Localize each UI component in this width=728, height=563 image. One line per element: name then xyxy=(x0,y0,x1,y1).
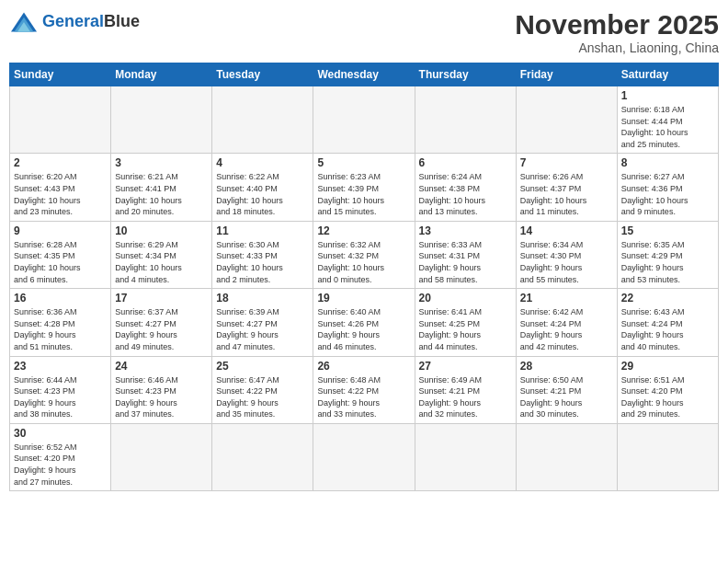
calendar-cell-5-5 xyxy=(516,423,617,490)
day-number: 9 xyxy=(14,224,107,237)
calendar-cell-5-0: 30Sunrise: 6:52 AM Sunset: 4:20 PM Dayli… xyxy=(10,423,111,490)
calendar-cell-0-3 xyxy=(313,86,415,154)
calendar-cell-1-4: 6Sunrise: 6:24 AM Sunset: 4:38 PM Daylig… xyxy=(415,154,516,221)
day-number: 21 xyxy=(520,292,613,304)
calendar-cell-3-5: 21Sunrise: 6:42 AM Sunset: 4:24 PM Dayli… xyxy=(516,289,617,356)
day-number: 12 xyxy=(317,224,410,237)
day-info: Sunrise: 6:20 AM Sunset: 4:43 PM Dayligh… xyxy=(14,171,107,217)
calendar-week-2: 9Sunrise: 6:28 AM Sunset: 4:35 PM Daylig… xyxy=(10,221,719,288)
day-number: 10 xyxy=(115,224,208,237)
calendar-week-5: 30Sunrise: 6:52 AM Sunset: 4:20 PM Dayli… xyxy=(10,423,719,490)
day-info: Sunrise: 6:47 AM Sunset: 4:22 PM Dayligh… xyxy=(216,374,309,420)
weekday-tuesday: Tuesday xyxy=(212,63,313,86)
calendar-cell-3-0: 16Sunrise: 6:36 AM Sunset: 4:28 PM Dayli… xyxy=(10,289,111,356)
calendar-cell-0-1 xyxy=(111,86,212,154)
day-info: Sunrise: 6:18 AM Sunset: 4:44 PM Dayligh… xyxy=(621,104,714,150)
day-number: 18 xyxy=(216,292,309,304)
calendar-week-4: 23Sunrise: 6:44 AM Sunset: 4:23 PM Dayli… xyxy=(10,356,719,423)
month-year: November 2025 xyxy=(515,9,719,40)
day-number: 22 xyxy=(621,292,714,304)
day-number: 20 xyxy=(419,292,512,304)
calendar-cell-4-4: 27Sunrise: 6:49 AM Sunset: 4:21 PM Dayli… xyxy=(415,356,516,423)
day-info: Sunrise: 6:42 AM Sunset: 4:24 PM Dayligh… xyxy=(520,306,613,352)
calendar-cell-4-0: 23Sunrise: 6:44 AM Sunset: 4:23 PM Dayli… xyxy=(10,356,111,423)
calendar-table: SundayMondayTuesdayWednesdayThursdayFrid… xyxy=(9,63,719,491)
calendar-cell-5-4 xyxy=(415,423,516,490)
calendar-cell-5-6 xyxy=(617,423,718,490)
day-number: 2 xyxy=(14,156,107,169)
day-number: 8 xyxy=(621,156,714,169)
calendar-cell-3-2: 18Sunrise: 6:39 AM Sunset: 4:27 PM Dayli… xyxy=(212,289,313,356)
calendar-cell-0-6: 1Sunrise: 6:18 AM Sunset: 4:44 PM Daylig… xyxy=(617,86,718,154)
day-info: Sunrise: 6:50 AM Sunset: 4:21 PM Dayligh… xyxy=(520,374,613,420)
day-number: 5 xyxy=(317,156,410,169)
day-info: Sunrise: 6:33 AM Sunset: 4:31 PM Dayligh… xyxy=(419,239,512,285)
day-info: Sunrise: 6:39 AM Sunset: 4:27 PM Dayligh… xyxy=(216,306,309,352)
day-number: 7 xyxy=(520,156,613,169)
weekday-thursday: Thursday xyxy=(415,63,516,86)
day-info: Sunrise: 6:51 AM Sunset: 4:20 PM Dayligh… xyxy=(621,374,714,420)
day-info: Sunrise: 6:52 AM Sunset: 4:20 PM Dayligh… xyxy=(14,442,107,488)
logo-blue-text: Blue xyxy=(104,12,140,30)
day-info: Sunrise: 6:44 AM Sunset: 4:23 PM Dayligh… xyxy=(14,374,107,420)
day-info: Sunrise: 6:43 AM Sunset: 4:24 PM Dayligh… xyxy=(621,306,714,352)
day-number: 26 xyxy=(317,360,410,373)
calendar-cell-0-5 xyxy=(516,86,617,154)
day-info: Sunrise: 6:28 AM Sunset: 4:35 PM Dayligh… xyxy=(14,239,107,285)
day-info: Sunrise: 6:34 AM Sunset: 4:30 PM Dayligh… xyxy=(520,239,613,285)
calendar-cell-4-3: 26Sunrise: 6:48 AM Sunset: 4:22 PM Dayli… xyxy=(313,356,415,423)
calendar-cell-0-2 xyxy=(212,86,313,154)
day-info: Sunrise: 6:30 AM Sunset: 4:33 PM Dayligh… xyxy=(216,239,309,285)
calendar-cell-4-2: 25Sunrise: 6:47 AM Sunset: 4:22 PM Dayli… xyxy=(212,356,313,423)
day-number: 27 xyxy=(419,360,512,373)
day-number: 6 xyxy=(419,156,512,169)
day-info: Sunrise: 6:24 AM Sunset: 4:38 PM Dayligh… xyxy=(419,171,512,217)
calendar-cell-2-2: 11Sunrise: 6:30 AM Sunset: 4:33 PM Dayli… xyxy=(212,221,313,288)
day-number: 11 xyxy=(216,224,309,237)
day-info: Sunrise: 6:49 AM Sunset: 4:21 PM Dayligh… xyxy=(419,374,512,420)
weekday-header-row: SundayMondayTuesdayWednesdayThursdayFrid… xyxy=(10,63,719,86)
calendar-cell-2-1: 10Sunrise: 6:29 AM Sunset: 4:34 PM Dayli… xyxy=(111,221,212,288)
calendar-cell-5-1 xyxy=(111,423,212,490)
day-info: Sunrise: 6:36 AM Sunset: 4:28 PM Dayligh… xyxy=(14,306,107,352)
calendar-cell-3-6: 22Sunrise: 6:43 AM Sunset: 4:24 PM Dayli… xyxy=(617,289,718,356)
calendar-cell-5-3 xyxy=(313,423,415,490)
day-info: Sunrise: 6:41 AM Sunset: 4:25 PM Dayligh… xyxy=(419,306,512,352)
logo-icon xyxy=(9,9,39,35)
day-number: 17 xyxy=(115,292,208,304)
day-number: 13 xyxy=(419,224,512,237)
day-number: 1 xyxy=(621,89,714,102)
calendar-cell-3-4: 20Sunrise: 6:41 AM Sunset: 4:25 PM Dayli… xyxy=(415,289,516,356)
weekday-sunday: Sunday xyxy=(10,63,111,86)
day-number: 15 xyxy=(621,224,714,237)
day-number: 4 xyxy=(216,156,309,169)
day-number: 24 xyxy=(115,360,208,373)
day-info: Sunrise: 6:22 AM Sunset: 4:40 PM Dayligh… xyxy=(216,171,309,217)
calendar-cell-0-4 xyxy=(415,86,516,154)
calendar-cell-4-5: 28Sunrise: 6:50 AM Sunset: 4:21 PM Dayli… xyxy=(516,356,617,423)
day-number: 3 xyxy=(115,156,208,169)
day-info: Sunrise: 6:21 AM Sunset: 4:41 PM Dayligh… xyxy=(115,171,208,217)
calendar-cell-4-1: 24Sunrise: 6:46 AM Sunset: 4:23 PM Dayli… xyxy=(111,356,212,423)
weekday-monday: Monday xyxy=(111,63,212,86)
calendar-week-3: 16Sunrise: 6:36 AM Sunset: 4:28 PM Dayli… xyxy=(10,289,719,356)
calendar-page: GeneralBlue November 2025 Anshan, Liaoni… xyxy=(0,0,728,563)
day-info: Sunrise: 6:46 AM Sunset: 4:23 PM Dayligh… xyxy=(115,374,208,420)
day-info: Sunrise: 6:35 AM Sunset: 4:29 PM Dayligh… xyxy=(621,239,714,285)
day-info: Sunrise: 6:32 AM Sunset: 4:32 PM Dayligh… xyxy=(317,239,410,285)
weekday-wednesday: Wednesday xyxy=(313,63,415,86)
logo-general: General xyxy=(42,12,104,30)
calendar-cell-2-3: 12Sunrise: 6:32 AM Sunset: 4:32 PM Dayli… xyxy=(313,221,415,288)
calendar-week-1: 2Sunrise: 6:20 AM Sunset: 4:43 PM Daylig… xyxy=(10,154,719,221)
weekday-friday: Friday xyxy=(516,63,617,86)
day-info: Sunrise: 6:37 AM Sunset: 4:27 PM Dayligh… xyxy=(115,306,208,352)
weekday-saturday: Saturday xyxy=(617,63,718,86)
day-info: Sunrise: 6:48 AM Sunset: 4:22 PM Dayligh… xyxy=(317,374,410,420)
calendar-cell-1-0: 2Sunrise: 6:20 AM Sunset: 4:43 PM Daylig… xyxy=(10,154,111,221)
day-number: 25 xyxy=(216,360,309,373)
calendar-cell-2-0: 9Sunrise: 6:28 AM Sunset: 4:35 PM Daylig… xyxy=(10,221,111,288)
calendar-cell-2-6: 15Sunrise: 6:35 AM Sunset: 4:29 PM Dayli… xyxy=(617,221,718,288)
day-info: Sunrise: 6:23 AM Sunset: 4:39 PM Dayligh… xyxy=(317,171,410,217)
day-info: Sunrise: 6:26 AM Sunset: 4:37 PM Dayligh… xyxy=(520,171,613,217)
day-number: 19 xyxy=(317,292,410,304)
